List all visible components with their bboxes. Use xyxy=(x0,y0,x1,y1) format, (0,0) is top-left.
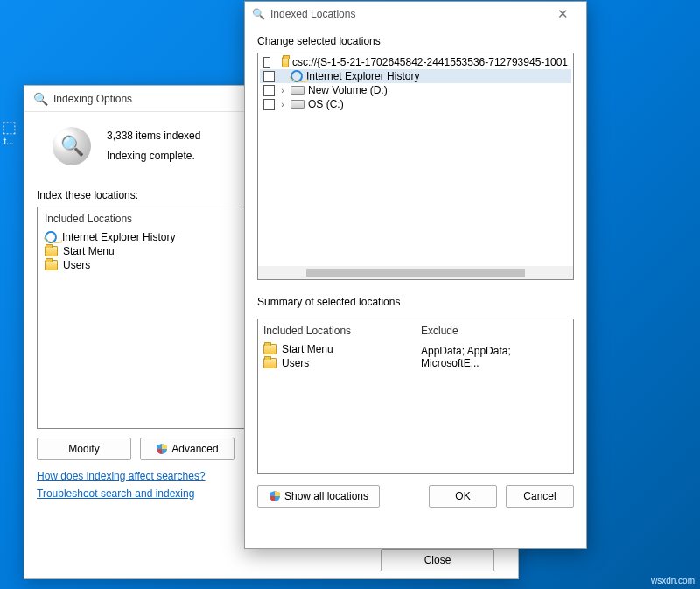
ok-button[interactable]: OK xyxy=(429,485,497,508)
link-how-affect[interactable]: How does indexing affect searches? xyxy=(37,470,206,482)
folder-icon xyxy=(45,260,58,270)
expander-icon[interactable]: › xyxy=(278,86,287,95)
change-locations-label: Change selected locations xyxy=(257,35,574,47)
close-icon[interactable]: ✕ xyxy=(546,6,579,22)
summary-row[interactable]: Start Menu xyxy=(262,342,412,356)
checkbox[interactable] xyxy=(263,71,275,82)
indexing-options-title: Indexing Options xyxy=(53,93,132,105)
checkbox[interactable] xyxy=(263,57,270,68)
indexed-locations-title: Indexed Locations xyxy=(270,8,355,20)
summary-col-exclude: Exclude xyxy=(419,323,570,342)
indexing-magnifier-icon: 🔍 xyxy=(252,8,265,20)
advanced-button[interactable]: Advanced xyxy=(140,438,234,460)
summary-label: Summary of selected locations xyxy=(257,296,574,308)
watermark: wsxdn.com xyxy=(651,576,695,585)
drive-icon xyxy=(290,86,304,95)
summary-table[interactable]: Included Locations Start Menu Users Excl… xyxy=(257,319,574,474)
items-indexed-count: 3,338 items indexed xyxy=(107,126,200,146)
show-all-locations-button[interactable]: Show all locations xyxy=(257,485,380,508)
summary-row[interactable]: Users xyxy=(262,356,412,370)
horizontal-scrollbar[interactable] xyxy=(258,266,573,279)
folder-icon xyxy=(282,57,290,67)
shield-icon xyxy=(156,443,168,455)
folder-icon xyxy=(263,358,276,368)
desktop-icon[interactable]: ⬚ t... xyxy=(0,117,18,146)
indexing-magnifier-icon: 🔍 xyxy=(33,92,48,106)
expander-icon[interactable]: › xyxy=(278,100,287,109)
folder-icon xyxy=(45,246,58,256)
link-troubleshoot[interactable]: Troubleshoot search and indexing xyxy=(37,487,194,500)
close-button[interactable]: Close xyxy=(381,549,494,571)
tree-row[interactable]: › OS (C:) xyxy=(260,97,571,111)
locations-tree[interactable]: › csc://{S-1-5-21-1702645842-2441553536-… xyxy=(257,53,574,280)
shield-icon xyxy=(269,490,281,502)
drive-icon xyxy=(290,100,304,109)
generic-app-icon: ⬚ xyxy=(0,117,18,137)
indexed-locations-titlebar[interactable]: 🔍 Indexed Locations ✕ xyxy=(245,2,586,26)
summary-col-included: Included Locations xyxy=(262,323,412,342)
indexed-locations-dialog: 🔍 Indexed Locations ✕ Change selected lo… xyxy=(244,1,587,549)
tree-row[interactable]: › csc://{S-1-5-21-1702645842-2441553536-… xyxy=(260,55,571,69)
tree-row[interactable]: › New Volume (D:) xyxy=(260,83,571,97)
folder-icon xyxy=(263,344,276,354)
cancel-button[interactable]: Cancel xyxy=(506,485,574,508)
checkbox[interactable] xyxy=(263,85,275,96)
modify-button[interactable]: Modify xyxy=(37,438,131,460)
summary-row: AppData; AppData; MicrosoftE... xyxy=(419,344,570,370)
ie-icon xyxy=(290,69,304,83)
index-status-icon: 🔍 xyxy=(52,127,91,165)
tree-row[interactable]: › Internet Explorer History xyxy=(260,69,571,83)
ie-icon xyxy=(44,229,58,243)
indexing-status-text: Indexing complete. xyxy=(107,146,200,166)
checkbox[interactable] xyxy=(263,99,275,110)
